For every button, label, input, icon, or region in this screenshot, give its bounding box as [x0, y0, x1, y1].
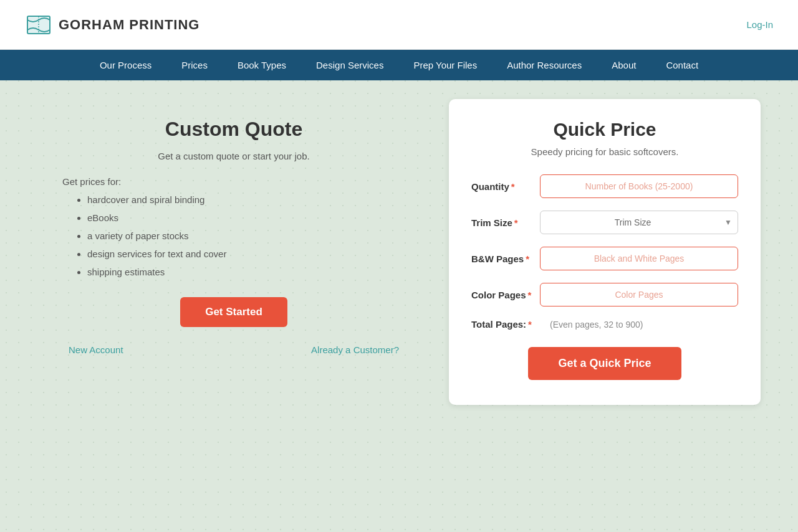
custom-quote-panel: Custom Quote Get a custom quote or start…: [37, 99, 430, 374]
trim-required: *: [514, 217, 518, 228]
nav-item-book-types[interactable]: Book Types: [223, 50, 301, 80]
trim-size-row: Trim Size* Trim Size5x85.5x8.56x97x108.5…: [471, 211, 738, 234]
list-item: hardcover and spiral binding: [87, 194, 405, 205]
get-started-button[interactable]: Get Started: [180, 297, 287, 327]
list-item: a variety of paper stocks: [87, 230, 405, 241]
nav-item-our-process[interactable]: Our Process: [85, 50, 166, 80]
quick-price-title: Quick Price: [471, 119, 738, 140]
color-pages-input[interactable]: [540, 283, 738, 306]
bw-required: *: [526, 254, 529, 264]
total-pages-label: Total Pages:*: [471, 319, 540, 330]
nav-item-prep-your-files[interactable]: Prep Your Files: [398, 50, 492, 80]
quantity-label: Quantity*: [471, 181, 540, 192]
color-required: *: [528, 290, 532, 300]
nav-item-prices[interactable]: Prices: [166, 50, 223, 80]
nav-item-design-services[interactable]: Design Services: [301, 50, 398, 80]
nav-item-contact[interactable]: Contact: [651, 50, 713, 80]
quick-price-subtitle: Speedy pricing for basic softcovers.: [471, 146, 738, 157]
list-item: eBooks: [87, 212, 405, 223]
logo-icon: [25, 11, 52, 39]
bullet-list: hardcover and spiral bindingeBooksa vari…: [62, 194, 405, 277]
navbar: Our ProcessPricesBook TypesDesign Servic…: [0, 50, 798, 80]
bw-pages-row: B&W Pages*: [471, 247, 738, 270]
custom-quote-subtitle: Get a custom quote or start your job.: [62, 151, 405, 161]
quick-price-panel: Quick Price Speedy pricing for basic sof…: [449, 99, 761, 405]
main-content: Custom Quote Get a custom quote or start…: [0, 80, 798, 424]
new-account-link[interactable]: New Account: [69, 344, 123, 355]
login-link[interactable]: Log-In: [746, 19, 773, 30]
quantity-input[interactable]: [540, 174, 738, 198]
total-required: *: [528, 319, 532, 330]
nav-item-about[interactable]: About: [597, 50, 651, 80]
list-item: shipping estimates: [87, 267, 405, 277]
get-prices-label: Get prices for:: [62, 176, 405, 187]
nav-item-author-resources[interactable]: Author Resources: [492, 50, 597, 80]
color-pages-row: Color Pages*: [471, 283, 738, 306]
get-quick-price-button[interactable]: Get a Quick Price: [528, 347, 681, 380]
logo-area: GORHAM PRINTING: [25, 11, 200, 39]
quantity-row: Quantity*: [471, 174, 738, 198]
logo-text: GORHAM PRINTING: [59, 17, 200, 33]
trim-size-select[interactable]: Trim Size5x85.5x8.56x97x108.5x11: [540, 211, 738, 234]
header: GORHAM PRINTING Log-In: [0, 0, 798, 50]
already-customer-link[interactable]: Already a Customer?: [311, 344, 399, 355]
color-pages-label: Color Pages*: [471, 290, 540, 300]
quantity-required: *: [511, 181, 515, 192]
total-pages-row: Total Pages:* (Even pages, 32 to 900): [471, 319, 738, 330]
bw-pages-input[interactable]: [540, 247, 738, 270]
custom-quote-title: Custom Quote: [62, 118, 405, 141]
total-pages-hint: (Even pages, 32 to 900): [550, 320, 643, 330]
trim-size-select-wrapper: Trim Size5x85.5x8.56x97x108.5x11 ▼: [540, 211, 738, 234]
list-item: design services for text and cover: [87, 249, 405, 259]
trim-size-label: Trim Size*: [471, 217, 540, 228]
account-links: New Account Already a Customer?: [62, 344, 405, 355]
bw-pages-label: B&W Pages*: [471, 254, 540, 264]
